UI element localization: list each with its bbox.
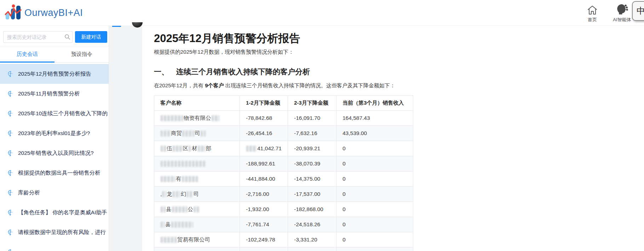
customer-name-cell: 县 <box>154 217 240 232</box>
warning-table: 客户名称 1-2月下降金额 2-3月下降金额 当前（第3个月）销售收入 物资有限… <box>154 95 413 251</box>
sidebar-item-label: 2025年10连续三个月销售收入下降的 <box>18 110 108 117</box>
tab-preset-commands[interactable]: 预设指令 <box>54 46 109 62</box>
sidebar-list: 2025年12月销售预警分析报告 2025年11月销售预警分析 2025年10连… <box>0 63 109 251</box>
report-table-body: 物资有限公 -78,842.68 -16,091.70 164,587.43 商… <box>154 111 413 251</box>
sidebar-item[interactable]: 根据提供的数据出具一份销售分析 <box>0 163 109 183</box>
sidebar-item[interactable]: 2025年11月销售预警分析 <box>0 84 109 104</box>
drop-1-2-cell: -1,932.00 <box>240 202 288 217</box>
table-row: 县 -7,761.74 -24,518.26 0 <box>154 217 413 232</box>
table-row: 有 -441,884.00 -14,375.00 0 <box>154 171 413 187</box>
drop-1-2-cell: -2,716.00 <box>240 187 288 202</box>
tab-history[interactable]: 历史会话 <box>0 46 54 62</box>
table-row: ,龙幻司 -2,716.00 -17,537.00 0 <box>154 187 413 202</box>
redacted-text <box>161 222 165 228</box>
customer-name-cell: 贸易有限公司 <box>154 232 240 247</box>
current-revenue-cell: 0 <box>337 202 413 217</box>
drop-1-2-cell: -26,454.16 <box>240 126 288 141</box>
redacted-text <box>186 191 193 197</box>
sidebar-item[interactable]: 2023年的毛利率xsl01是多少? <box>0 123 109 143</box>
chat-bubble-icon <box>8 150 14 156</box>
redacted-text <box>194 206 199 212</box>
redacted-text <box>162 191 166 197</box>
redacted-text <box>171 222 193 228</box>
section-1-intro: 在2025年12月，共有 9个客户 出现连续三个月销售收入持续下降的情况。这些客… <box>154 82 395 89</box>
sidebar-item[interactable]: 2025年10连续三个月销售收入下降的 <box>0 104 109 123</box>
nav-ai-agent[interactable]: AI智能体 <box>609 4 636 23</box>
sidebar-item-label: 2025年12月销售预警分析报告 <box>18 70 91 78</box>
drop-1-2-cell: -188,992.61 <box>240 156 288 171</box>
chat-gutter <box>109 25 142 251</box>
table-row: 伍区材部 41,042.71 -20,939.21 0 <box>154 141 413 156</box>
customer-name-cell: 县公 <box>154 202 240 217</box>
customer-name-cell <box>154 247 240 251</box>
redacted-text <box>246 146 257 152</box>
redacted-text <box>201 130 206 136</box>
drop-2-3-cell: -16,091.70 <box>288 111 337 126</box>
drop-2-3-cell <box>288 247 337 251</box>
logo-chart-icon <box>5 4 22 22</box>
current-revenue-cell: 0 <box>337 217 413 232</box>
main-content: 2025年12月销售预警分析报告 根据提供的2025年12月数据，现对销售预警情… <box>109 25 644 251</box>
table-row: 贸易有限公司 -102,249.78 -3,331.20 0 <box>154 232 413 247</box>
chat-bubble-icon <box>8 91 14 97</box>
redacted-text <box>198 146 206 152</box>
sidebar-item[interactable]: 请根据数据中呈现的所有风险，进行 <box>0 222 109 242</box>
sidebar-item-label: 2025年11月销售预警分析 <box>18 90 80 98</box>
current-revenue-cell: 43,539.00 <box>337 126 413 141</box>
warning-table-wrap: 客户名称 1-2月下降金额 2-3月下降金额 当前（第3个月）销售收入 物资有限… <box>154 95 414 251</box>
col-current-revenue: 当前（第3个月）销售收入 <box>337 96 413 111</box>
drop-2-3-cell: -24,518.26 <box>288 217 337 232</box>
sidebar-item-label: 2025年销售收入以及同比情况? <box>18 150 94 157</box>
chat-bubble-icon <box>8 111 14 117</box>
drop-1-2-cell: 41,042.71 <box>240 141 288 156</box>
search-icon <box>64 34 70 40</box>
sidebar-item[interactable]: 2025年销售收入以及同比情况? <box>0 143 109 163</box>
nav-home-label: 首页 <box>579 17 606 23</box>
redacted-text <box>173 146 183 152</box>
language-toggle-button[interactable]: 中 <box>632 1 644 21</box>
sidebar-item[interactable]: 2025年12月销售预警分析报告 <box>0 64 109 84</box>
current-revenue-cell <box>337 247 413 251</box>
nav-home[interactable]: 首页 <box>579 4 606 23</box>
chat-bubble-icon <box>8 249 14 251</box>
redacted-text <box>172 206 188 212</box>
chat-bubble-icon <box>8 71 14 77</box>
drop-1-2-cell: -7,761.74 <box>240 217 288 232</box>
current-revenue-cell: 0 <box>337 141 413 156</box>
chat-bubble-icon <box>8 190 14 196</box>
current-revenue-cell: 164,587.43 <box>337 111 413 126</box>
new-chat-button[interactable]: 新建对话 <box>75 31 107 43</box>
chat-bubble-icon <box>8 210 14 216</box>
drop-2-3-cell: -182,868.00 <box>288 202 337 217</box>
report-title: 2025年12月销售预警分析报告 <box>154 31 300 46</box>
sidebar: 新建对话 历史会话 预设指令 2025年12月销售预警分析报告 2025年11月… <box>0 25 109 251</box>
col-drop-2-3: 2-3月下降金额 <box>288 96 337 111</box>
table-row: 商贸司 -26,454.16 -7,632.16 43,539.00 <box>154 126 413 141</box>
table-row <box>154 247 413 251</box>
search-input[interactable] <box>3 31 73 43</box>
drop-2-3-cell: -17,537.00 <box>288 187 337 202</box>
drop-1-2-cell: -78,842.68 <box>240 111 288 126</box>
top-header: OurwayBI+AI 首页 AI智能 <box>0 0 644 26</box>
chat-bubble-icon <box>8 229 14 235</box>
sidebar-item[interactable] <box>0 242 109 251</box>
sidebar-item[interactable]: 【角色任务】 你的名字是奥威AI助手 <box>0 203 109 222</box>
sidebar-item-label: 请根据数据中呈现的所有风险，进行 <box>18 229 106 236</box>
sidebar-item-label: 【角色任务】 你的名字是奥威AI助手 <box>18 209 107 216</box>
app: { "header": { "logo_text": "OurwayBI+AI"… <box>0 0 644 251</box>
table-row: 物资有限公 -78,842.68 -16,091.70 164,587.43 <box>154 111 413 126</box>
nav-ai-agent-label: AI智能体 <box>609 17 636 23</box>
customer-name-cell: 伍区材部 <box>154 141 240 156</box>
ai-agent-icon <box>609 4 636 16</box>
chat-bubble-icon <box>8 170 14 176</box>
redacted-text <box>189 146 191 152</box>
drop-2-3-cell: -3,331.20 <box>288 232 337 247</box>
drop-1-2-cell <box>240 247 288 251</box>
redacted-text <box>161 206 166 212</box>
customer-count-bold: 9个客户 <box>205 82 224 88</box>
report-intro: 根据提供的2025年12月数据，现对销售预警情况分析如下： <box>154 49 294 56</box>
table-row: -188,992.61 -38,070.39 0 <box>154 156 413 171</box>
sidebar-item[interactable]: 库龄分析 <box>0 183 109 203</box>
customer-name-cell: 物资有限公 <box>154 111 240 126</box>
table-header-row: 客户名称 1-2月下降金额 2-3月下降金额 当前（第3个月）销售收入 <box>154 96 413 111</box>
